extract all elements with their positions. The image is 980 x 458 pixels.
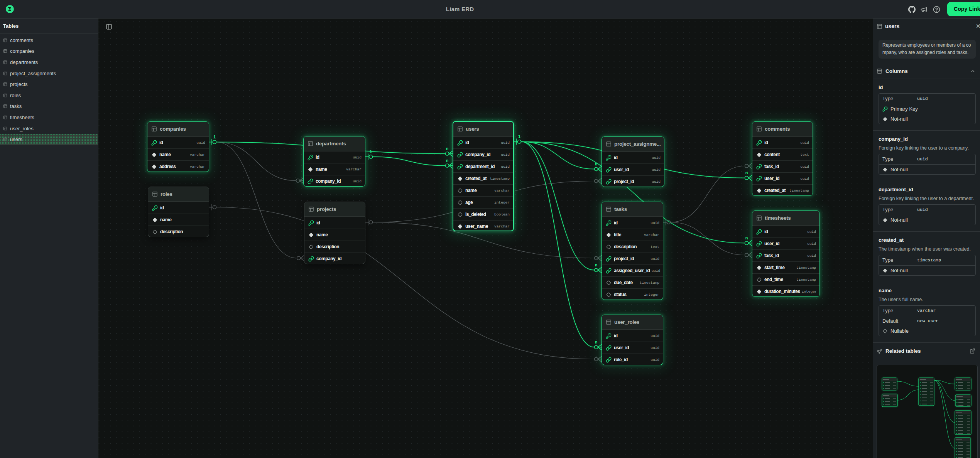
- svg-text:n: n: [595, 263, 598, 267]
- svg-text:n: n: [745, 236, 748, 240]
- svg-text:n: n: [745, 170, 748, 175]
- svg-text:1: 1: [370, 149, 372, 154]
- svg-text:1: 1: [518, 134, 520, 139]
- svg-text:1: 1: [213, 135, 216, 139]
- svg-text:n: n: [595, 162, 598, 166]
- svg-text:n: n: [595, 340, 598, 344]
- svg-text:n: n: [446, 146, 449, 151]
- svg-text:n: n: [446, 158, 449, 163]
